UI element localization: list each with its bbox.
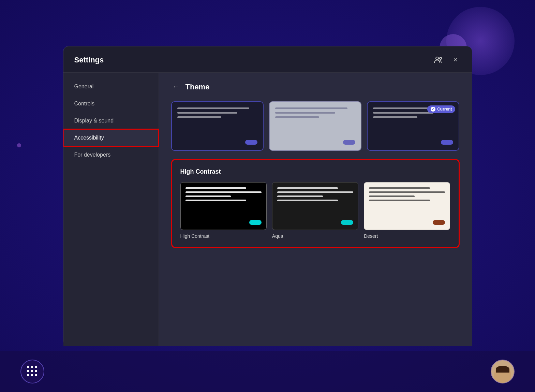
svg-point-1	[440, 57, 442, 59]
hc-line	[185, 187, 247, 189]
avatar-button[interactable]	[491, 360, 515, 383]
hc-line	[277, 195, 323, 197]
sidebar: General Controls Display & sound Accessi…	[63, 73, 159, 346]
hc-card-black: High Contrast	[180, 182, 267, 239]
theme-line	[177, 107, 250, 109]
bg-decoration-3	[17, 143, 21, 147]
apps-dot	[35, 370, 37, 372]
avatar-icon	[494, 366, 511, 383]
hc-indicator-black	[249, 220, 262, 225]
apps-dot	[35, 374, 37, 376]
high-contrast-title: High Contrast	[180, 168, 450, 175]
theme-card-dark[interactable]	[171, 101, 264, 151]
high-contrast-cards-row: High Contrast A	[180, 182, 450, 239]
svg-point-0	[436, 57, 439, 60]
apps-grid-icon	[27, 366, 38, 377]
high-contrast-section: High Contrast Hig	[171, 159, 460, 248]
theme-line	[275, 107, 347, 109]
hc-card-label-aqua: Aqua	[272, 233, 358, 239]
modal-title: Settings	[74, 56, 104, 64]
hc-indicator-desert	[433, 220, 445, 225]
content-title: Theme	[185, 83, 210, 91]
hc-card-aqua: Aqua	[272, 182, 358, 239]
apps-dot	[27, 370, 29, 372]
sidebar-item-general[interactable]: General	[63, 78, 159, 95]
apps-dot	[31, 366, 33, 368]
modal-header: Settings ×	[63, 46, 472, 73]
theme-line	[177, 112, 237, 114]
theme-line	[275, 112, 335, 114]
current-badge: ✓ Current	[427, 105, 455, 113]
theme-line	[373, 116, 417, 118]
theme-card-light[interactable]	[269, 101, 361, 151]
theme-cards-row: ✓ Current	[171, 101, 460, 151]
people-icon[interactable]	[434, 56, 445, 64]
hc-lines-black	[185, 187, 262, 201]
hc-preview-black[interactable]	[180, 182, 267, 230]
hc-preview-desert[interactable]	[364, 182, 450, 230]
hc-line	[369, 187, 430, 189]
theme-card-dark-current[interactable]: ✓ Current	[367, 101, 459, 151]
header-actions: ×	[434, 55, 461, 66]
hc-card-desert: Desert	[364, 182, 450, 239]
bottom-bar	[0, 351, 535, 392]
theme-indicator-dark	[245, 140, 257, 145]
close-button[interactable]: ×	[450, 55, 461, 66]
theme-indicator-current	[441, 140, 453, 145]
hc-lines-aqua	[277, 187, 353, 201]
hc-line	[369, 191, 445, 193]
settings-content: ← Theme	[159, 73, 472, 346]
theme-line	[177, 116, 221, 118]
apps-dot	[31, 374, 33, 376]
sidebar-item-developers[interactable]: For developers	[63, 146, 159, 163]
hc-card-label-desert: Desert	[364, 233, 450, 239]
settings-modal: Settings × General Controls	[63, 46, 472, 346]
hc-indicator-aqua	[341, 220, 353, 225]
apps-button[interactable]	[20, 360, 44, 383]
hc-line	[369, 200, 430, 201]
theme-preview-lines-dark	[177, 107, 257, 118]
hc-preview-aqua[interactable]	[272, 182, 358, 230]
theme-preview-lines-light	[275, 107, 355, 118]
theme-line	[373, 112, 433, 114]
back-button[interactable]: ←	[171, 82, 181, 92]
theme-indicator-light	[343, 140, 355, 145]
hc-card-label-black: High Contrast	[180, 233, 267, 239]
apps-dot	[27, 366, 29, 368]
apps-dot	[35, 366, 37, 368]
avatar-hair	[496, 366, 509, 373]
hc-line	[185, 200, 247, 201]
modal-body: General Controls Display & sound Accessi…	[63, 73, 472, 346]
current-badge-check-icon: ✓	[431, 107, 435, 112]
hc-lines-desert	[369, 187, 445, 201]
sidebar-item-controls[interactable]: Controls	[63, 95, 159, 112]
apps-dot	[27, 374, 29, 376]
theme-line	[275, 116, 319, 118]
hc-line	[277, 187, 338, 189]
apps-dot	[31, 370, 33, 372]
hc-line	[185, 195, 231, 197]
hc-line	[185, 191, 262, 193]
sidebar-item-display[interactable]: Display & sound	[63, 112, 159, 129]
hc-line	[277, 200, 338, 201]
sidebar-item-accessibility[interactable]: Accessibility	[63, 129, 159, 146]
content-header: ← Theme	[171, 82, 460, 92]
hc-line	[369, 195, 415, 197]
hc-line	[277, 191, 353, 193]
